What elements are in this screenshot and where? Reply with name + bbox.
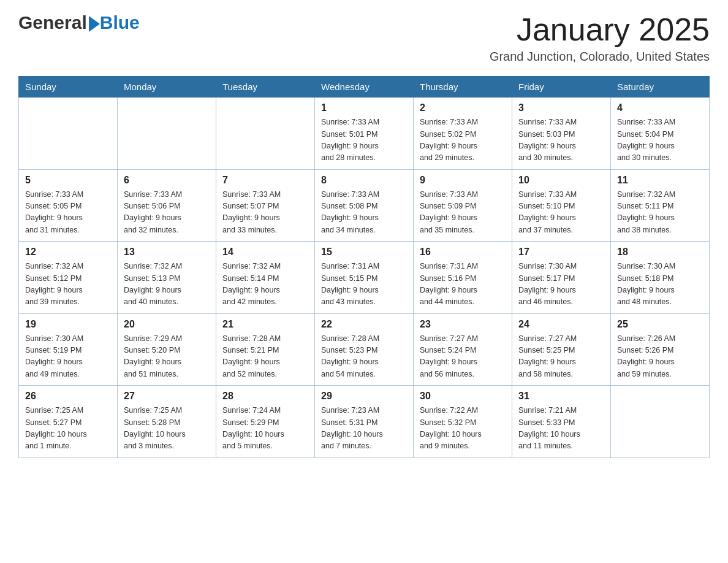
table-row: 22Sunrise: 7:28 AM Sunset: 5:23 PM Dayli… (315, 313, 414, 386)
day-number: 4 (617, 102, 703, 113)
table-row: 3Sunrise: 7:33 AM Sunset: 5:03 PM Daylig… (512, 98, 611, 170)
calendar-title: January 2025 (490, 12, 710, 47)
day-info: Sunrise: 7:33 AM Sunset: 5:09 PM Dayligh… (420, 189, 506, 237)
svg-marker-0 (89, 16, 100, 32)
calendar-subtitle: Grand Junction, Colorado, United States (490, 50, 710, 64)
table-row: 4Sunrise: 7:33 AM Sunset: 5:04 PM Daylig… (611, 98, 710, 170)
day-info: Sunrise: 7:23 AM Sunset: 5:31 PM Dayligh… (321, 405, 407, 453)
table-row: 30Sunrise: 7:22 AM Sunset: 5:32 PM Dayli… (414, 386, 512, 458)
table-row: 5Sunrise: 7:33 AM Sunset: 5:05 PM Daylig… (19, 169, 118, 242)
day-info: Sunrise: 7:26 AM Sunset: 5:26 PM Dayligh… (617, 333, 703, 381)
day-number: 12 (25, 247, 111, 258)
day-number: 5 (25, 175, 111, 186)
day-number: 1 (321, 102, 407, 113)
header-tuesday: Tuesday (216, 77, 315, 98)
day-info: Sunrise: 7:28 AM Sunset: 5:21 PM Dayligh… (222, 333, 308, 381)
table-row: 20Sunrise: 7:29 AM Sunset: 5:20 PM Dayli… (118, 313, 216, 386)
logo-arrow-icon (89, 16, 100, 32)
day-info: Sunrise: 7:33 AM Sunset: 5:06 PM Dayligh… (124, 189, 210, 237)
calendar-body: 1Sunrise: 7:33 AM Sunset: 5:01 PM Daylig… (19, 98, 710, 458)
table-row: 31Sunrise: 7:21 AM Sunset: 5:33 PM Dayli… (512, 386, 611, 458)
table-row: 17Sunrise: 7:30 AM Sunset: 5:17 PM Dayli… (512, 242, 611, 314)
table-row: 28Sunrise: 7:24 AM Sunset: 5:29 PM Dayli… (216, 386, 315, 458)
table-row: 8Sunrise: 7:33 AM Sunset: 5:08 PM Daylig… (315, 169, 414, 242)
table-row: 21Sunrise: 7:28 AM Sunset: 5:21 PM Dayli… (216, 313, 315, 386)
table-row: 25Sunrise: 7:26 AM Sunset: 5:26 PM Dayli… (611, 313, 710, 386)
day-number: 29 (321, 391, 407, 402)
table-row: 27Sunrise: 7:25 AM Sunset: 5:28 PM Dayli… (118, 386, 216, 458)
page-header: General Blue January 2025 Grand Junction… (18, 12, 710, 64)
day-number: 21 (222, 319, 308, 330)
day-number: 24 (518, 319, 604, 330)
day-number: 20 (124, 319, 210, 330)
table-row: 16Sunrise: 7:31 AM Sunset: 5:16 PM Dayli… (414, 242, 512, 314)
table-row: 1Sunrise: 7:33 AM Sunset: 5:01 PM Daylig… (315, 98, 414, 170)
day-info: Sunrise: 7:32 AM Sunset: 5:14 PM Dayligh… (222, 261, 308, 308)
day-info: Sunrise: 7:33 AM Sunset: 5:05 PM Dayligh… (25, 189, 111, 237)
table-row: 29Sunrise: 7:23 AM Sunset: 5:31 PM Dayli… (315, 386, 414, 458)
day-info: Sunrise: 7:33 AM Sunset: 5:01 PM Dayligh… (321, 117, 407, 164)
day-number: 31 (518, 391, 604, 402)
day-number: 26 (25, 391, 111, 402)
table-row: 7Sunrise: 7:33 AM Sunset: 5:07 PM Daylig… (216, 169, 315, 242)
table-row: 26Sunrise: 7:25 AM Sunset: 5:27 PM Dayli… (19, 386, 118, 458)
table-row: 15Sunrise: 7:31 AM Sunset: 5:15 PM Dayli… (315, 242, 414, 314)
table-row (611, 386, 710, 458)
table-row: 11Sunrise: 7:32 AM Sunset: 5:11 PM Dayli… (611, 169, 710, 242)
table-row: 6Sunrise: 7:33 AM Sunset: 5:06 PM Daylig… (118, 169, 216, 242)
day-number: 3 (518, 102, 604, 113)
day-number: 7 (222, 175, 308, 186)
day-number: 13 (124, 247, 210, 258)
day-number: 28 (222, 391, 308, 402)
day-number: 23 (420, 319, 506, 330)
logo-blue-text: Blue (100, 13, 140, 32)
day-info: Sunrise: 7:30 AM Sunset: 5:18 PM Dayligh… (617, 261, 703, 308)
day-info: Sunrise: 7:33 AM Sunset: 5:04 PM Dayligh… (617, 117, 703, 164)
day-number: 25 (617, 319, 703, 330)
day-number: 16 (420, 247, 506, 258)
header-saturday: Saturday (611, 77, 710, 98)
day-info: Sunrise: 7:30 AM Sunset: 5:19 PM Dayligh… (25, 333, 111, 381)
table-row: 10Sunrise: 7:33 AM Sunset: 5:10 PM Dayli… (512, 169, 611, 242)
day-info: Sunrise: 7:32 AM Sunset: 5:11 PM Dayligh… (617, 189, 703, 237)
header-monday: Monday (118, 77, 216, 98)
day-info: Sunrise: 7:33 AM Sunset: 5:08 PM Dayligh… (321, 189, 407, 237)
day-number: 2 (420, 102, 506, 113)
day-info: Sunrise: 7:24 AM Sunset: 5:29 PM Dayligh… (222, 405, 308, 453)
table-row: 19Sunrise: 7:30 AM Sunset: 5:19 PM Dayli… (19, 313, 118, 386)
day-info: Sunrise: 7:33 AM Sunset: 5:10 PM Dayligh… (518, 189, 604, 237)
day-number: 22 (321, 319, 407, 330)
day-info: Sunrise: 7:30 AM Sunset: 5:17 PM Dayligh… (518, 261, 604, 308)
table-row: 9Sunrise: 7:33 AM Sunset: 5:09 PM Daylig… (414, 169, 512, 242)
day-number: 8 (321, 175, 407, 186)
table-row (118, 98, 216, 170)
day-info: Sunrise: 7:29 AM Sunset: 5:20 PM Dayligh… (124, 333, 210, 381)
day-info: Sunrise: 7:28 AM Sunset: 5:23 PM Dayligh… (321, 333, 407, 381)
header-sunday: Sunday (19, 77, 118, 98)
day-info: Sunrise: 7:31 AM Sunset: 5:15 PM Dayligh… (321, 261, 407, 308)
day-number: 11 (617, 175, 703, 186)
day-number: 6 (124, 175, 210, 186)
day-info: Sunrise: 7:25 AM Sunset: 5:27 PM Dayligh… (25, 405, 111, 453)
table-row: 14Sunrise: 7:32 AM Sunset: 5:14 PM Dayli… (216, 242, 315, 314)
day-number: 15 (321, 247, 407, 258)
header-thursday: Thursday (414, 77, 512, 98)
day-info: Sunrise: 7:33 AM Sunset: 5:02 PM Dayligh… (420, 117, 506, 164)
day-info: Sunrise: 7:31 AM Sunset: 5:16 PM Dayligh… (420, 261, 506, 308)
calendar-table: Sunday Monday Tuesday Wednesday Thursday… (18, 76, 710, 458)
logo: General Blue (18, 12, 140, 33)
table-row: 24Sunrise: 7:27 AM Sunset: 5:25 PM Dayli… (512, 313, 611, 386)
header-friday: Friday (512, 77, 611, 98)
day-info: Sunrise: 7:22 AM Sunset: 5:32 PM Dayligh… (420, 405, 506, 453)
table-row: 2Sunrise: 7:33 AM Sunset: 5:02 PM Daylig… (414, 98, 512, 170)
calendar-header: January 2025 Grand Junction, Colorado, U… (490, 12, 710, 64)
table-row: 12Sunrise: 7:32 AM Sunset: 5:12 PM Dayli… (19, 242, 118, 314)
day-number: 9 (420, 175, 506, 186)
calendar-header-row: Sunday Monday Tuesday Wednesday Thursday… (19, 77, 710, 98)
table-row: 13Sunrise: 7:32 AM Sunset: 5:13 PM Dayli… (118, 242, 216, 314)
day-info: Sunrise: 7:32 AM Sunset: 5:13 PM Dayligh… (124, 261, 210, 308)
header-wednesday: Wednesday (315, 77, 414, 98)
day-number: 18 (617, 247, 703, 258)
table-row: 23Sunrise: 7:27 AM Sunset: 5:24 PM Dayli… (414, 313, 512, 386)
logo-general-text: General (18, 12, 87, 33)
